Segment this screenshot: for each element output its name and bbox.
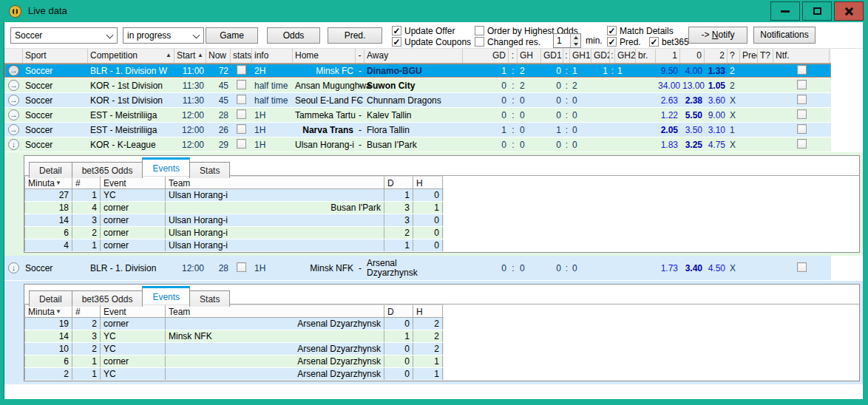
column-header-gd2[interactable]: GD2: [591, 49, 610, 63]
column-header-gh2[interactable]: GH2: [615, 49, 636, 63]
column-header-competition[interactable]: Competition▲: [88, 49, 174, 63]
event-row[interactable]: 143YCMinsk NFK12: [24, 330, 444, 343]
expand-row-icon[interactable]: →: [8, 95, 19, 106]
expand-row-icon[interactable]: →: [8, 65, 19, 76]
events-column-event[interactable]: Event: [101, 305, 166, 317]
column-header-gh1[interactable]: GH1: [570, 49, 591, 63]
column-header-home[interactable]: Home: [293, 49, 356, 63]
column-header-pred[interactable]: Pred.: [740, 49, 758, 63]
event-row[interactable]: 192cornerArsenal Dzyarzhynsk02: [24, 318, 444, 330]
match-row[interactable]: →SoccerKOR - 1st Division11:3045half tim…: [4, 93, 831, 108]
tab-events[interactable]: Events: [142, 157, 190, 176]
match-details-checkbox[interactable]: ✓ Match Details: [607, 25, 674, 36]
pred-checkbox[interactable]: ✓ Pred.: [607, 36, 641, 47]
column-header-odds0[interactable]: 0: [680, 49, 705, 63]
stats-checkbox[interactable]: [237, 124, 246, 134]
bet365-checkbox[interactable]: ✓ bet365: [649, 36, 689, 47]
update-coupons-checkbox[interactable]: ✓ Update Coupons: [392, 36, 471, 47]
events-column-minute[interactable]: Minuta▼: [24, 177, 72, 188]
notify-checkbox[interactable]: [797, 80, 807, 89]
events-column-d[interactable]: D: [384, 305, 413, 317]
collapse-row-icon[interactable]: ↓: [8, 139, 19, 150]
event-row[interactable]: 61cornerArsenal Dzyarzhynsk01: [24, 355, 444, 368]
odds-button[interactable]: Odds: [267, 27, 320, 44]
column-header-br[interactable]: br.: [636, 49, 656, 63]
column-header-ntf[interactable]: Ntf.: [773, 49, 830, 63]
pred-button[interactable]: Pred.: [328, 27, 382, 44]
tab-stats[interactable]: Stats: [189, 162, 230, 178]
column-header-t[interactable]: T?: [758, 49, 773, 63]
notifications-button[interactable]: Notifications: [753, 27, 816, 44]
game-button[interactable]: Game: [206, 27, 258, 44]
tab-bet365-odds[interactable]: bet365 Odds: [72, 290, 143, 307]
events-column-team[interactable]: Team: [166, 305, 384, 317]
event-row[interactable]: 143cornerUlsan Horang-i30: [24, 214, 444, 227]
events-column-event[interactable]: Event: [101, 177, 166, 188]
close-button[interactable]: [834, 1, 864, 21]
match-row[interactable]: →SoccerEST - Meistriliiga12:00281HTammek…: [4, 108, 831, 123]
event-row[interactable]: 62cornerUlsan Horang-i20: [24, 227, 444, 239]
tab-stats[interactable]: Stats: [189, 290, 230, 307]
spin-down-button[interactable]: [571, 41, 580, 47]
column-header-away[interactable]: Away: [365, 49, 463, 63]
column-header-start[interactable]: Start▲: [174, 49, 206, 63]
column-header-gd[interactable]: GD: [463, 49, 509, 63]
status-filter-select[interactable]: in progress: [123, 27, 204, 44]
minimize-button[interactable]: [770, 1, 800, 21]
stats-checkbox[interactable]: [237, 80, 246, 89]
column-header-sport[interactable]: Sport: [23, 49, 88, 63]
column-header-gh[interactable]: GH: [518, 49, 541, 63]
event-row[interactable]: 102YCArsenal Dzyarzhynsk02: [24, 343, 444, 355]
changed-res-minutes-input[interactable]: 1: [553, 33, 581, 48]
sport-filter-select[interactable]: Soccer: [10, 27, 118, 44]
events-column-team[interactable]: Team: [166, 177, 384, 188]
start-time-cell: 11:30: [174, 95, 206, 106]
events-column-num[interactable]: #: [72, 177, 101, 188]
match-row[interactable]: →SoccerEST - Meistriliiga12:00261HNarva …: [4, 123, 831, 137]
expand-row-icon[interactable]: →: [8, 124, 19, 135]
changed-res-checkbox[interactable]: Changed res.: [475, 36, 540, 47]
tab-detail[interactable]: Detail: [29, 162, 72, 178]
notify-checkbox[interactable]: [797, 139, 807, 149]
expand-row-icon[interactable]: →: [8, 109, 19, 120]
tab-detail[interactable]: Detail: [29, 290, 72, 307]
column-header-info[interactable]: info: [252, 49, 293, 63]
stats-checkbox[interactable]: [237, 95, 246, 104]
match-row[interactable]: →SoccerKOR - 1st Division11:3045half tim…: [4, 78, 831, 93]
match-row[interactable]: ↓SoccerBLR - 1. Division12:00281HMinsk N…: [4, 256, 831, 281]
events-column-h[interactable]: H: [413, 177, 443, 188]
stats-checkbox[interactable]: [237, 65, 246, 75]
column-header-odds1[interactable]: 1: [656, 49, 680, 63]
stats-checkbox[interactable]: [237, 262, 246, 272]
event-row[interactable]: 21YCArsenal Dzyarzhynsk01: [24, 368, 444, 381]
update-offer-checkbox[interactable]: ✓ Update Offer: [392, 25, 455, 36]
tab-bet365-odds[interactable]: bet365 Odds: [72, 162, 143, 178]
collapse-row-icon[interactable]: ↓: [8, 262, 19, 273]
event-row[interactable]: 41cornerUlsan Horang-i10: [24, 239, 444, 252]
notify-checkbox[interactable]: [797, 124, 807, 134]
notify-checkbox[interactable]: [797, 65, 807, 75]
column-header-now[interactable]: Now: [206, 49, 231, 63]
stats-checkbox[interactable]: [237, 109, 246, 119]
column-header-tip[interactable]: ?: [728, 49, 740, 63]
match-row[interactable]: ↓SoccerKOR - K-League12:00291HUlsan Hora…: [4, 137, 831, 152]
events-column-num[interactable]: #: [72, 305, 101, 317]
tab-events[interactable]: Events: [142, 286, 190, 304]
events-column-h[interactable]: H: [413, 305, 443, 317]
stats-checkbox[interactable]: [237, 139, 246, 149]
column-header-gd1[interactable]: GD1: [541, 49, 563, 63]
notify-checkbox[interactable]: [797, 109, 807, 119]
event-row[interactable]: 271YCUlsan Horang-i10: [24, 189, 444, 202]
notify-button[interactable]: -> Notify: [688, 27, 747, 44]
maximize-button[interactable]: [802, 1, 832, 21]
notify-checkbox[interactable]: [797, 262, 807, 272]
column-header-odds2[interactable]: 2: [705, 49, 728, 63]
notify-checkbox[interactable]: [797, 95, 807, 104]
spin-up-button[interactable]: [571, 34, 580, 41]
events-column-d[interactable]: D: [384, 177, 413, 188]
column-header-stats[interactable]: stats: [231, 49, 252, 63]
expand-row-icon[interactable]: →: [8, 80, 19, 91]
events-column-minute[interactable]: Minuta▼: [24, 305, 72, 317]
event-row[interactable]: 184cornerBusan I'Park31: [24, 202, 444, 214]
match-row[interactable]: →SoccerBLR - 1. Division W11:00722HMinsk…: [4, 64, 831, 78]
